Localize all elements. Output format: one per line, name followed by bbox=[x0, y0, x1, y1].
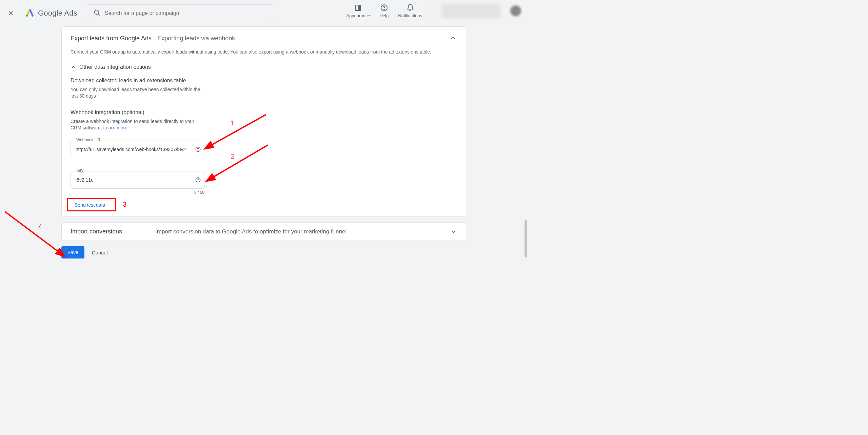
logo-text: Google Ads bbox=[38, 9, 77, 18]
webhook-key-input[interactable] bbox=[71, 171, 204, 189]
account-info-blurred[interactable] bbox=[441, 3, 501, 18]
webhook-url-field: Webhook URL bbox=[71, 141, 204, 158]
key-counter: 8 / 50 bbox=[71, 190, 204, 195]
svg-point-5 bbox=[384, 9, 384, 10]
action-buttons: Save Cancel bbox=[61, 246, 108, 258]
svg-point-1 bbox=[94, 10, 99, 15]
search-box[interactable] bbox=[87, 4, 273, 22]
webhook-description: Create a webhook integration to send lea… bbox=[71, 118, 203, 131]
appearance-button[interactable]: Appearance bbox=[346, 4, 370, 18]
learn-more-link[interactable]: Learn more bbox=[103, 125, 127, 130]
avatar[interactable] bbox=[510, 5, 521, 16]
import-title: Import conversions bbox=[71, 228, 155, 235]
webhook-url-input[interactable] bbox=[71, 141, 204, 158]
scrollbar-thumb[interactable] bbox=[525, 220, 527, 257]
notifications-button[interactable]: Notifications bbox=[398, 4, 422, 18]
help-button[interactable]: Help bbox=[379, 4, 389, 18]
help-icon[interactable] bbox=[195, 177, 201, 183]
collapse-icon[interactable] bbox=[449, 34, 457, 42]
expand-icon[interactable] bbox=[450, 228, 457, 235]
download-description: You can only download leads that've been… bbox=[71, 86, 203, 99]
export-leads-card: Export leads from Google Ads Exporting l… bbox=[61, 26, 466, 217]
svg-rect-3 bbox=[358, 5, 361, 11]
search-input[interactable] bbox=[105, 10, 267, 16]
google-ads-logo: Google Ads bbox=[25, 8, 77, 19]
search-icon bbox=[93, 9, 101, 18]
top-bar: Google Ads Appearance Help Notifications bbox=[0, 0, 528, 26]
cancel-button[interactable]: Cancel bbox=[92, 250, 108, 255]
download-header: Download collected leads in ad extension… bbox=[71, 78, 457, 84]
webhook-header: Webhook integration (optional) bbox=[71, 109, 457, 116]
ads-logo-icon bbox=[25, 8, 35, 19]
svg-point-9 bbox=[198, 181, 198, 181]
other-options-toggle[interactable]: Other data integration options bbox=[71, 64, 457, 70]
help-icon bbox=[380, 4, 388, 12]
close-icon[interactable] bbox=[7, 9, 15, 17]
send-test-data-button[interactable]: Send test data bbox=[71, 200, 109, 210]
help-icon[interactable] bbox=[195, 146, 201, 152]
svg-line-12 bbox=[5, 212, 59, 252]
save-button[interactable]: Save bbox=[61, 246, 84, 258]
svg-point-7 bbox=[198, 150, 198, 150]
import-conversions-card[interactable]: Import conversions Import conversion dat… bbox=[61, 222, 466, 241]
card-description: Connect your CRM or app to automatically… bbox=[71, 49, 457, 55]
import-subtitle: Import conversion data to Google Ads to … bbox=[155, 228, 450, 235]
appearance-icon bbox=[354, 4, 362, 12]
webhook-key-field: Key bbox=[71, 171, 204, 189]
card-heading: Export leads from Google Ads Exporting l… bbox=[71, 35, 235, 42]
bell-icon bbox=[406, 4, 414, 12]
chevron-up-icon bbox=[71, 64, 77, 70]
svg-point-0 bbox=[26, 15, 28, 17]
